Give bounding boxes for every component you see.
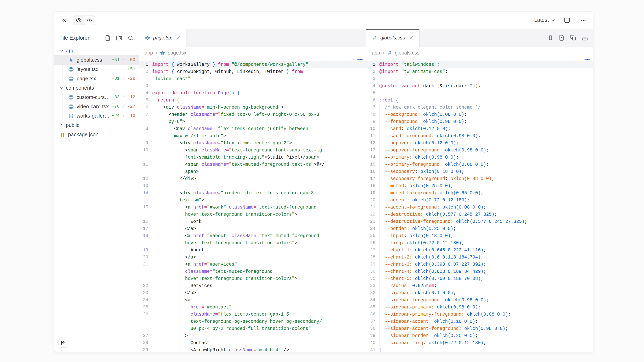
code-line[interactable]: 15--primary-foreground: oklch(0.08 0 0);	[366, 161, 593, 168]
code-line[interactable]: 9<div className="flex items-center gap-2…	[139, 140, 366, 147]
code-line[interactable]: 24--border: oklch(0.25 0 0);	[366, 225, 593, 232]
file-diff-icon[interactable]	[558, 35, 565, 41]
code-toggle-button[interactable]	[84, 16, 95, 25]
code-line[interactable]: 23--destructive-foreground: oklch(0.577 …	[366, 218, 593, 225]
code-line[interactable]: 30--chart-4: oklch(0.828 0.189 84.429);	[366, 268, 593, 275]
code-line[interactable]: 39--sidebar-border: oklch(0.25 0 0);	[366, 332, 593, 340]
code-line[interactable]: 10--card: oklch(0.12 0 0);	[366, 125, 593, 132]
code-line[interactable]: hover:text-foreground transition-colors"…	[139, 240, 366, 247]
download-icon[interactable]	[582, 35, 588, 41]
code-line[interactable]: py-6">	[139, 118, 366, 125]
tree-file-layout-tsx[interactable]: layout.tsx+51	[54, 65, 139, 74]
code-line[interactable]: 26className="flex items-center gap-1.5	[139, 311, 366, 318]
tree-file-video-card-tsx[interactable]: video-card.tsx+76 / -27	[54, 102, 139, 111]
code-line[interactable]: hover:text-foreground transition-colors"…	[139, 275, 366, 282]
code-line[interactable]: 6<div className="min-h-screen bg-backgro…	[139, 104, 366, 111]
code-line[interactable]: 2import { ArrowUpRight, Github, Linkedin…	[139, 68, 366, 75]
code-line[interactable]: 5return (	[139, 97, 366, 104]
collapse-chat-button[interactable]	[59, 15, 69, 25]
code-line[interactable]: 7<header className="fixed top-0 left-0 r…	[139, 111, 366, 118]
tree-file-globals-css[interactable]: #globals.css+51 / -50	[54, 55, 139, 65]
code-line[interactable]: 40--sidebar-ring: oklch(0.72 0.12 180);	[366, 340, 593, 347]
code-line[interactable]: 25--input: oklch(0.18 0 0);	[366, 232, 593, 240]
tree-folder-app[interactable]: app	[54, 46, 139, 55]
code-line[interactable]: 33--sidebar: oklch(0.1 0 0);	[366, 290, 593, 297]
code-line[interactable]: 1@import "tailwindcss";	[366, 61, 593, 68]
code-line[interactable]: 4export default function Page() {	[139, 90, 366, 97]
code-line[interactable]: 13--popover-foreground: oklch(0.98 0 0);	[366, 147, 593, 154]
code-line[interactable]: 7/* New dark elegant color scheme */	[366, 104, 593, 111]
code-editor-globals-css[interactable]: 1@import "tailwindcss";2@import "tw-anim…	[366, 59, 593, 352]
code-line[interactable]: 32--radius: 0.625rem;	[366, 282, 593, 290]
code-line[interactable]: 29--chart-3: oklch(0.398 0.07 227.392);	[366, 261, 593, 268]
code-line[interactable]: 38--sidebar-accent-foreground: oklch(0.9…	[366, 325, 593, 332]
search-icon[interactable]	[128, 35, 134, 41]
code-line[interactable]: 23</a>	[139, 290, 366, 297]
code-line[interactable]: 9--foreground: oklch(0.98 0 0);	[366, 118, 593, 125]
code-line[interactable]: 80 px-4 py-2 rounded-full transition-col…	[139, 325, 366, 332]
code-line[interactable]: 27>	[139, 332, 366, 340]
console-panel-button[interactable]	[562, 15, 572, 25]
code-line[interactable]: 11<span className="text-muted-foreground…	[139, 161, 366, 168]
code-line[interactable]: 14--primary: oklch(0.98 0 0);	[366, 154, 593, 161]
breadcrumb-file[interactable]: globals.css	[395, 50, 420, 56]
code-line[interactable]: 35--sidebar-primary: oklch(0.98 0 0);	[366, 304, 593, 311]
copy-icon[interactable]	[570, 35, 576, 41]
code-line[interactable]: max-w-7xl mx-auto">	[139, 132, 366, 140]
tree-folder-components[interactable]: components	[54, 83, 139, 93]
code-line[interactable]: 41}	[366, 347, 593, 352]
code-line[interactable]: 8<nav className="flex items-center justi…	[139, 125, 366, 132]
code-line[interactable]: 4@custom-variant dark (&:is(.dark *));	[366, 82, 593, 90]
code-line[interactable]: 5	[366, 90, 593, 97]
code-line[interactable]: 28--chart-2: oklch(0.6 0.118 184.704);	[366, 254, 593, 261]
tree-folder-public[interactable]: public	[54, 120, 139, 130]
code-line[interactable]: span>	[139, 168, 366, 175]
code-line[interactable]: font-semibold tracking-tight">Studio Pix…	[139, 154, 366, 161]
code-line[interactable]: 2@import "tw-animate-css";	[366, 68, 593, 75]
code-line[interactable]: 12</div>	[139, 175, 366, 182]
code-line[interactable]: 20--accent: oklch(0.72 0.12 180);	[366, 197, 593, 204]
code-line[interactable]: 25href="#contact"	[139, 304, 366, 311]
breadcrumb-root[interactable]: app	[372, 50, 380, 56]
code-line[interactable]: 37--sidebar-accent: oklch(0.18 0 0);	[366, 318, 593, 325]
code-line[interactable]: 19--muted-foreground: oklch(0.65 0 0);	[366, 190, 593, 197]
new-folder-button[interactable]	[116, 35, 122, 41]
code-line[interactable]: 27--chart-1: oklch(0.646 0.222 41.116);	[366, 247, 593, 254]
tab-globals-css[interactable]: # globals.css	[366, 29, 420, 46]
close-icon[interactable]	[409, 35, 414, 40]
code-line[interactable]: 21--accent-foreground: oklch(0.08 0 0);	[366, 204, 593, 211]
code-line[interactable]: 16Work	[139, 218, 366, 225]
code-line[interactable]: 14<div className="hidden md:flex items-c…	[139, 190, 366, 197]
preview-toggle-button[interactable]	[74, 16, 84, 25]
code-line[interactable]: text-sm">	[139, 197, 366, 204]
code-line[interactable]: 21<a href="#services"	[139, 261, 366, 268]
tree-file-works-galler-[interactable]: works-galler…+24 / -13	[54, 111, 139, 120]
code-line[interactable]: className="text-muted-foreground	[139, 268, 366, 275]
code-line[interactable]: hover:text-foreground transition-colors"…	[139, 211, 366, 218]
code-line[interactable]: 18<a href="#about" className="text-muted…	[139, 232, 366, 240]
code-line[interactable]: 22--destructive: oklch(0.577 0.245 27.32…	[366, 211, 593, 218]
new-file-button[interactable]	[104, 35, 111, 41]
code-line[interactable]: 26--ring: oklch(0.72 0.12 180);	[366, 240, 593, 247]
code-line[interactable]: text-foreground bg-secondary hover:bg-se…	[139, 318, 366, 325]
code-line[interactable]: 17</a>	[139, 225, 366, 232]
code-line[interactable]: 6:root {	[366, 97, 593, 104]
code-line[interactable]: 12--popover: oklch(0.12 0 0);	[366, 140, 593, 147]
more-options-button[interactable]	[578, 15, 588, 25]
close-icon[interactable]	[176, 35, 181, 40]
code-line[interactable]: 19About	[139, 247, 366, 254]
code-line[interactable]: 8--background: oklch(0.08 0 0);	[366, 111, 593, 118]
code-line[interactable]: 1import { WorksGallery } from "@/compone…	[139, 61, 366, 68]
code-line[interactable]: 15<a href="#work" className="text-muted-…	[139, 204, 366, 211]
version-selector[interactable]: Latest	[534, 17, 556, 23]
tree-file-custom-curs-[interactable]: custom-curs…+33 / -12	[54, 93, 139, 102]
tree-file-page-tsx[interactable]: page.tsx+81 / -28	[54, 74, 139, 83]
code-line[interactable]: 29<ArrowUpRight className="w-4 h-4" />	[139, 347, 366, 352]
tree-file-package-json[interactable]: {}package.json	[54, 130, 139, 139]
code-line[interactable]: 22Services	[139, 282, 366, 290]
code-line[interactable]: 10<span className="text-foreground font-…	[139, 147, 366, 154]
code-line[interactable]: 20</a>	[139, 254, 366, 261]
code-line[interactable]: 13	[139, 182, 366, 190]
code-line[interactable]: 11--card-foreground: oklch(0.98 0 0);	[366, 132, 593, 140]
code-line[interactable]: 31--chart-5: oklch(0.769 0.188 70.08);	[366, 275, 593, 282]
